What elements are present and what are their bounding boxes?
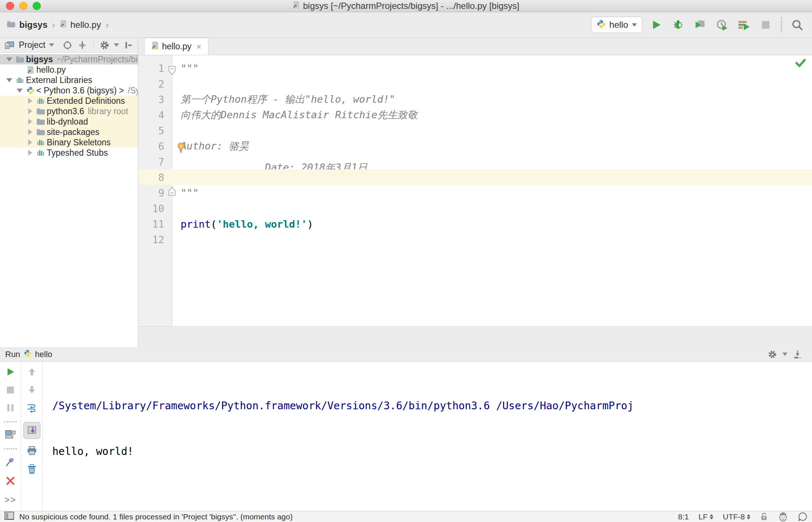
profiler-button[interactable] [714,17,730,33]
stop-button[interactable] [757,17,774,33]
scroll-to-end-button[interactable] [23,422,40,439]
folder-icon [35,108,47,115]
code-line: 11 print('hello, world!') [138,216,812,232]
line-number: 8 [138,172,172,183]
python-file-icon [151,41,159,52]
tree-annotation: ~/PycharmProjects/bigsys [57,54,138,65]
close-tab-icon[interactable]: × [196,42,201,52]
expanded-arrow-icon[interactable] [6,57,12,62]
chevron-right-icon: › [105,19,109,31]
soft-wrap-button[interactable] [26,403,37,415]
fold-end-icon[interactable] [168,186,176,198]
dock-panel-icon[interactable] [791,349,804,360]
settings-gear-icon[interactable] [766,349,779,360]
editor-bottom-strip [138,326,812,347]
tree-annotation: library root [88,106,128,116]
minimize-window-button[interactable] [19,2,27,10]
code-line: 10 [138,201,812,216]
caret-position[interactable]: 8:1 [678,512,689,521]
docstring-text: 向伟大的Dennis MacAlistair Ritchie先生致敬 [181,109,417,120]
toolwindow-toggle-icon[interactable] [4,512,14,522]
editor-area: hello.py × 1 """ 2 [138,38,812,347]
tree-row-external-libraries[interactable]: External Libraries [0,75,138,85]
tree-row-extended-definitions[interactable]: Extended Definitions [0,96,138,106]
project-panel-title[interactable]: Project [19,40,46,50]
tree-label: site-packages [47,127,99,137]
inspections-hector-icon[interactable] [778,512,788,522]
zoom-window-button[interactable] [33,2,41,10]
restore-layout-button[interactable] [5,430,16,441]
collapsed-arrow-icon[interactable] [28,150,32,156]
down-stack-trace-button[interactable] [27,385,37,396]
run-button[interactable] [648,17,664,33]
tree-row-lib-dynload[interactable]: lib-dynload [0,116,138,127]
intention-bulb-icon[interactable] [177,142,185,156]
collapsed-arrow-icon[interactable] [28,108,32,114]
close-window-button[interactable] [6,2,14,10]
chevron-down-icon[interactable] [114,43,119,47]
folder-icon [7,20,16,30]
line-number: 3 [138,94,172,105]
tree-row-binary-skeletons[interactable]: Binary Skeletons [0,137,138,148]
code-line: 4 向伟大的Dennis MacAlistair Ritchie先生致敬 [138,107,812,123]
pause-output-button[interactable] [6,403,15,414]
collapsed-arrow-icon[interactable] [28,98,32,104]
more-actions-button[interactable]: >> [4,495,16,505]
encoding-select[interactable]: UTF-8 [723,512,751,521]
code-line: 3 第一个Python程序 - 输出"hello, world!" [138,92,812,107]
library-icon [35,149,47,156]
line-number: 7 [138,156,172,168]
sort-arrows-icon [710,514,713,519]
run-with-coverage-button[interactable] [692,17,708,33]
search-everywhere-button[interactable] [789,17,805,33]
up-stack-trace-button[interactable] [27,367,37,378]
print-button[interactable] [27,446,37,457]
line-ending-select[interactable]: LF [699,512,713,521]
console-output[interactable]: /System/Library/Frameworks/Python.framew… [43,362,812,511]
concurrency-diagram-button[interactable] [736,17,752,33]
run-configuration-select[interactable]: hello [591,17,643,33]
chevron-down-icon[interactable] [49,43,54,47]
code-line: 9 """ [138,185,812,201]
tree-row-hello-py[interactable]: hello.py [0,65,138,75]
close-panel-button[interactable] [6,476,15,487]
debug-button[interactable] [670,17,686,33]
python-logo-icon [597,20,605,30]
chevron-down-icon[interactable] [782,353,788,356]
stop-process-button[interactable] [6,386,15,396]
breadcrumb-project[interactable]: bigsys [19,20,47,30]
clear-all-button[interactable] [27,464,37,476]
tree-row-python36[interactable]: python3.6 library root [0,106,138,116]
status-message[interactable]: No suspicious code found. 1 files proces… [19,512,293,521]
console-line: hello, world! [52,444,812,459]
breadcrumb-file[interactable]: hello.py [70,20,101,30]
expanded-arrow-icon[interactable] [6,78,12,82]
tree-row-site-packages[interactable]: site-packages [0,127,138,137]
collapsed-arrow-icon[interactable] [28,139,32,145]
unlock-icon[interactable] [760,512,768,521]
code-line: 2 [138,76,812,92]
project-view-icon [4,40,15,51]
settings-gear-icon[interactable] [99,40,110,51]
current-code-line: 8 [138,169,812,185]
expanded-arrow-icon[interactable] [17,89,23,93]
library-icon [14,76,26,84]
locate-file-icon[interactable] [62,40,73,51]
python-file-icon [24,66,36,74]
run-panel-title[interactable]: Run [5,350,20,359]
collapsed-arrow-icon[interactable] [28,119,32,125]
tree-row-bigsys[interactable]: bigsys ~/PycharmProjects/bigsys [0,54,138,65]
rerun-button[interactable] [6,367,15,378]
pin-tab-button[interactable] [5,457,16,469]
tree-row-typeshed-stubs[interactable]: Typeshed Stubs [0,148,138,158]
tab-hello-py[interactable]: hello.py × [144,38,208,55]
tree-label: python3.6 [47,106,84,116]
event-log-bubble-icon[interactable] [798,512,808,522]
collapsed-arrow-icon[interactable] [28,129,32,135]
folder-icon [35,129,47,136]
collapse-all-icon[interactable] [77,40,88,51]
tree-row-python-sdk[interactable]: < Python 3.6 (bigsys) > /System [0,85,138,96]
editor[interactable]: 1 """ 2 3 第一个Python程序 - 输出"hello, world!… [138,55,812,326]
fold-start-icon[interactable] [168,66,176,77]
hide-panel-icon[interactable] [123,40,134,51]
